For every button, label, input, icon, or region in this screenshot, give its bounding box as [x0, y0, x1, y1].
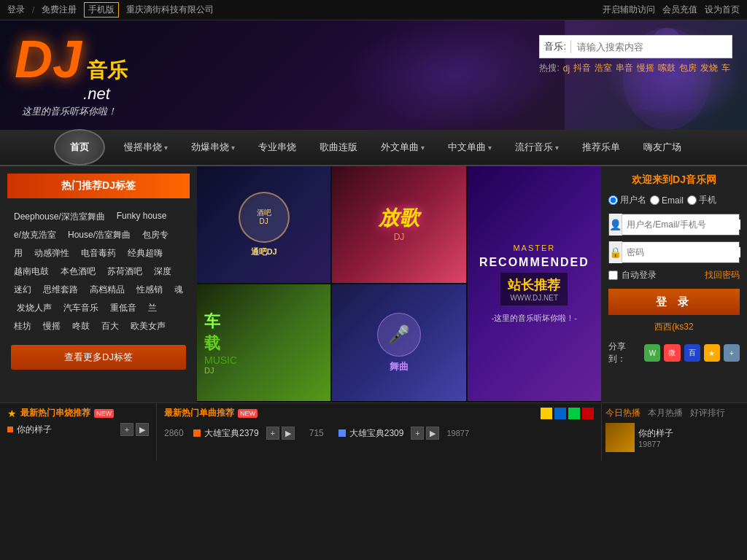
track3-add[interactable]: + — [411, 427, 424, 440]
banner-2[interactable]: 放歌 DJ — [332, 166, 465, 283]
tag-top100[interactable]: 百大 — [98, 319, 122, 334]
hot-tag-5[interactable]: 嗦鼓 — [658, 62, 676, 74]
tag-premium[interactable]: 高档精品 — [87, 282, 128, 298]
nav-item-6[interactable]: 流行音乐 ▾ — [503, 129, 570, 166]
tag-drum[interactable]: 咚鼓 — [69, 319, 93, 334]
banner-5[interactable]: 🎤 舞曲 — [332, 284, 465, 401]
tag-fever[interactable]: 发烧人声 — [14, 300, 55, 316]
nav-item-7[interactable]: 推荐乐单 — [570, 129, 632, 166]
nav-item-0[interactable]: 慢摇串烧 ▾ — [112, 129, 179, 166]
color-bar — [541, 408, 594, 419]
track-title-1[interactable]: 大雄宝典2379 — [204, 427, 259, 440]
accessibility-link[interactable]: 开启辅助访问 — [603, 4, 655, 16]
track-sq-1 — [193, 429, 201, 437]
tag-deep[interactable]: 深度 — [151, 264, 174, 279]
login-button[interactable]: 登 录 — [608, 289, 740, 315]
track2-play[interactable]: ▶ — [282, 427, 295, 440]
hot-tab-rated[interactable]: 好评排行 — [690, 407, 725, 419]
login-type-phone[interactable]: 手机 — [687, 194, 716, 206]
hot-track-name[interactable]: 你的样子 — [638, 427, 673, 440]
nav-item-1[interactable]: 劲爆串烧 ▾ — [179, 129, 247, 166]
radio-phone[interactable] — [687, 195, 697, 205]
hot-tag-7[interactable]: 发烧 — [700, 62, 718, 74]
hot-tag-6[interactable]: 包房 — [679, 62, 697, 74]
tag-mind[interactable]: 思维套路 — [40, 282, 81, 298]
tag-guifang[interactable]: 桂坊 — [11, 319, 34, 334]
tag-bar[interactable]: 本色酒吧 — [58, 264, 98, 279]
tag-sexy[interactable]: 性感销 — [133, 282, 166, 298]
nav-item-5[interactable]: 中文单曲 ▾ — [436, 129, 503, 166]
more-tags-button[interactable]: 查看更多DJ标签 — [11, 345, 186, 370]
search-input[interactable] — [571, 42, 732, 52]
track2-add[interactable]: + — [266, 427, 279, 440]
tag-lan[interactable]: 兰 — [145, 300, 160, 316]
tag-funky[interactable]: Funky house — [114, 209, 170, 225]
auto-login-checkbox[interactable] — [608, 271, 618, 280]
tag-fantasy[interactable]: 迷幻 — [11, 282, 34, 298]
radio-email[interactable] — [650, 195, 659, 205]
tag-western[interactable]: 欧美女声 — [128, 319, 169, 334]
hot-label: 热搜: — [539, 62, 559, 74]
tag-vietnam[interactable]: 越南电鼓 — [11, 264, 52, 279]
login-link[interactable]: 登录 — [7, 4, 25, 16]
hot-tab-month[interactable]: 本月热播 — [648, 407, 683, 419]
hot-tag-8[interactable]: 车 — [721, 62, 730, 74]
track-add-btn[interactable]: + — [120, 423, 133, 436]
hot-tag-3[interactable]: 串音 — [616, 62, 633, 74]
banner-4[interactable]: 车 载 MUSIC DJ — [197, 284, 330, 401]
nav-item-2[interactable]: 专业串烧 — [247, 129, 308, 166]
home-button[interactable]: 首页 — [54, 129, 105, 166]
color-sq-blue — [554, 408, 566, 419]
vip-link[interactable]: 会员充值 — [662, 4, 697, 16]
track3-play[interactable]: ▶ — [426, 427, 439, 440]
hot-tab-today[interactable]: 今日热播 — [605, 407, 640, 419]
track-title-2[interactable]: 大雄宝典2309 — [349, 427, 404, 440]
nav-item-4[interactable]: 外文单曲 ▾ — [369, 129, 436, 166]
tag-electric[interactable]: 电音毒药 — [78, 246, 119, 261]
radio-username[interactable] — [608, 195, 618, 205]
tag-baofang[interactable]: 包房专 — [139, 228, 171, 243]
login-type-email[interactable]: Email — [650, 195, 684, 206]
forgot-link[interactable]: 找回密码 — [705, 269, 740, 281]
track-play-btn[interactable]: ▶ — [136, 423, 149, 436]
share-wechat-icon[interactable]: W — [644, 344, 660, 362]
track-name-1[interactable]: 你的样子 — [17, 424, 117, 436]
hot-tag-0[interactable]: dj — [563, 63, 570, 74]
tag-bass[interactable]: 重低音 — [107, 300, 139, 316]
bottom-right: 今日热播 本月热播 好评排行 你的样子 19877 — [601, 403, 747, 461]
tag-classic[interactable]: 经典超嗨 — [125, 246, 166, 261]
share-weibo-icon[interactable]: 微 — [664, 344, 680, 362]
hot-tag-4[interactable]: 慢摇 — [637, 62, 654, 74]
hot-track-count: 19877 — [638, 440, 673, 448]
company-link[interactable]: 重庆滴街科技有限公司 — [126, 4, 214, 16]
mobile-link[interactable]: 手机版 — [84, 2, 119, 18]
tag-house[interactable]: e/放克浩室 — [11, 228, 59, 243]
header-glow — [346, 20, 565, 130]
tag-deephouse[interactable]: Deephouse/深浩室舞曲 — [11, 209, 108, 225]
bottom-track-item-2: 715 大雄宝典2309 + ▶ 19877 — [309, 427, 469, 440]
tag-suhe[interactable]: 苏荷酒吧 — [104, 264, 145, 279]
bottom-section-label: 最新热门串烧推荐 — [20, 407, 90, 419]
password-input[interactable] — [622, 247, 740, 257]
nav-item-8[interactable]: 嗨友广场 — [632, 129, 693, 166]
nav-item-3[interactable]: 歌曲连版 — [308, 129, 369, 166]
share-star-icon[interactable]: ★ — [704, 344, 720, 362]
username-input[interactable] — [622, 219, 740, 230]
homepage-link[interactable]: 设为首页 — [705, 4, 740, 16]
tag-car[interactable]: 汽车音乐 — [61, 300, 101, 316]
share-more-icon[interactable]: + — [724, 344, 740, 362]
hot-tag-2[interactable]: 浩室 — [595, 62, 612, 74]
tag-soul2[interactable]: 魂 — [171, 282, 186, 298]
tag-elastic[interactable]: 动感弹性 — [31, 246, 72, 261]
tags-grid: Deephouse/深浩室舞曲 Funky house e/放克浩室 House… — [7, 206, 190, 338]
tag-house2[interactable]: House/浩室舞曲 — [65, 228, 133, 243]
banner-3[interactable]: MASTER RECOMMENDED 站长推荐 WWW.DJ.NET -这里的音… — [468, 166, 601, 401]
track3-count: 19877 — [446, 429, 469, 438]
banner-1[interactable]: 酒吧DJ 通吧DJ — [197, 166, 330, 283]
share-baidu-icon[interactable]: 百 — [684, 344, 700, 362]
tag-dynamic[interactable]: 用 — [11, 246, 26, 261]
tag-slowshake[interactable]: 慢摇 — [40, 319, 63, 334]
register-link[interactable]: 免费注册 — [42, 4, 77, 16]
login-type-username[interactable]: 用户名 — [608, 194, 646, 206]
hot-tag-1[interactable]: 抖音 — [573, 62, 591, 74]
